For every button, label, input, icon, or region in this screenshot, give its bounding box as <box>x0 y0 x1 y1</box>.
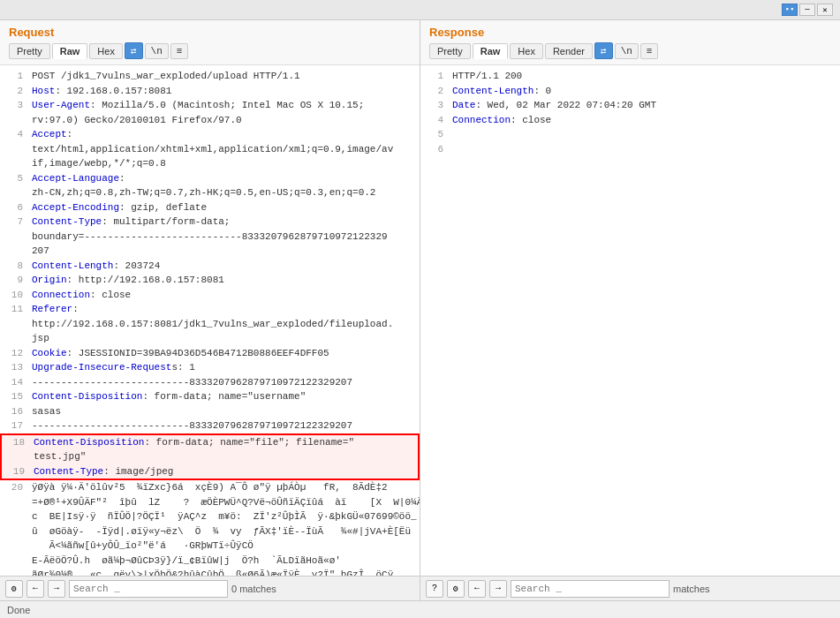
request-search-input[interactable] <box>69 580 228 598</box>
line-text: Connection: close <box>32 288 131 303</box>
line-key: Accept-Language <box>32 173 119 184</box>
line-key: Host <box>32 86 55 96</box>
line-text: Content-Type: multipart/form-data; <box>32 215 230 230</box>
line-number <box>7 317 23 332</box>
response-content[interactable]: 1HTTP/1.1 2002Content-Length: 03Date: We… <box>420 65 840 576</box>
win-btn-1[interactable]: ▪▪ <box>782 4 798 16</box>
code-line: Ã<¼ãñw[û+yÔÛ_ïo²"ë'á ·GRþWTï÷ÛÿCÖ <box>0 539 420 554</box>
line-key: Content-Type <box>32 216 102 227</box>
code-line: 5Accept-Language: <box>0 171 420 186</box>
line-text: Referer: <box>32 302 79 317</box>
request-bottom-bar: ⚙ ← → 0 matches <box>0 576 420 600</box>
response-forward-btn[interactable]: → <box>489 580 507 598</box>
code-line: jsp <box>0 331 420 346</box>
code-line: 4Accept: <box>0 127 420 142</box>
win-btn-3[interactable]: ✕ <box>817 4 833 16</box>
response-back-btn[interactable]: ← <box>468 580 486 598</box>
tab-response-hex[interactable]: Hex <box>510 43 543 59</box>
code-line: rv:97.0) Gecko/20100101 Firefox/97.0 <box>0 113 420 128</box>
response-tab-bar: Pretty Raw Hex Render ⇄ \n ≡ <box>429 42 831 59</box>
line-number: 7 <box>7 215 23 230</box>
request-back-btn[interactable]: ← <box>26 580 44 598</box>
line-text: text/html,application/xhtml+xml,applicat… <box>32 142 393 157</box>
line-text: boundary=---------------------------8333… <box>32 230 388 245</box>
line-number: 4 <box>7 127 23 142</box>
request-content[interactable]: 1POST /jdk1_7vulns_war_exploded/upload H… <box>0 65 420 576</box>
line-number <box>7 509 23 524</box>
line-text: Content-Disposition: form-data; name="us… <box>32 389 306 404</box>
tab-request-newline[interactable]: \n <box>145 43 169 59</box>
status-bar: Done <box>0 600 840 618</box>
line-text: ÿØÿà ÿ¼·Ä'ölûv²5 ¾ïZxc}6á xçÈ9) A¯Ô ø"ÿ … <box>32 480 388 495</box>
code-line: 20ÿØÿà ÿ¼·Ä'ölûv²5 ¾ïZxc}6á xçÈ9) A¯Ô ø"… <box>0 480 420 495</box>
line-number: 6 <box>7 200 23 215</box>
line-key: Content-Length <box>32 260 113 271</box>
line-text: User-Agent: Mozilla/5.0 (Macintosh; Inte… <box>32 98 364 113</box>
line-number <box>7 539 23 554</box>
line-text: http://192.168.0.157:8081/jdk1_7vulns_wa… <box>32 317 393 332</box>
line-number <box>7 185 23 200</box>
line-number: 8 <box>7 259 23 274</box>
code-line: 6Accept-Encoding: gzip, deflate <box>0 200 420 215</box>
line-value: : 203724 <box>113 260 160 271</box>
code-line: 8Content-Length: 203724 <box>0 259 420 274</box>
line-value: : <box>67 129 73 139</box>
code-line: 13Upgrade-Insecure-Requests: 1 <box>0 360 420 375</box>
line-text: ---------------------------8333207962879… <box>32 375 352 390</box>
request-panel: Request Pretty Raw Hex ⇄ \n ≡ 1POST /jdk… <box>0 20 420 600</box>
line-number: 18 <box>9 435 25 450</box>
tab-request-menu[interactable]: ≡ <box>170 43 189 59</box>
tab-response-convert[interactable]: ⇄ <box>594 42 613 59</box>
line-text: E-ÃëöÖ?Û.h øã¼þ¬ØûCÞ3ÿ}/ï_¢BïûW|j Ö?h `Ã… <box>32 554 341 569</box>
request-settings-btn[interactable]: ⚙ <box>5 580 23 598</box>
line-number <box>7 230 23 245</box>
line-key: Referer <box>32 304 72 314</box>
response-search-input[interactable] <box>511 580 670 598</box>
line-key: Accept-Encoding <box>32 202 119 213</box>
line-value: : form-data; name="username" <box>142 391 306 402</box>
line-text: Origin: http://192.168.0.157:8081 <box>32 273 224 288</box>
request-matches-label: 0 matches <box>231 584 276 594</box>
tab-response-pretty[interactable]: Pretty <box>429 43 471 59</box>
line-value: : 0 <box>534 86 551 96</box>
line-text: POST /jdk1_7vulns_war_exploded/upload HT… <box>32 69 300 84</box>
tab-request-raw[interactable]: Raw <box>52 43 88 59</box>
line-value: : JSESSIONID=39BA94D36D546B4712B0886EEF4… <box>67 348 329 358</box>
response-settings-btn[interactable]: ⚙ <box>447 580 465 598</box>
tab-request-hex[interactable]: Hex <box>89 43 123 59</box>
tab-response-menu[interactable]: ≡ <box>640 43 659 59</box>
status-label: Done <box>7 605 30 615</box>
line-value: s: 1 <box>171 362 194 373</box>
line-key: Content-Length <box>452 86 534 96</box>
code-line: 2Content-Length: 0 <box>420 84 840 99</box>
request-forward-btn[interactable]: → <box>48 580 65 598</box>
tab-response-raw[interactable]: Raw <box>473 43 509 59</box>
request-header: Request Pretty Raw Hex ⇄ \n ≡ <box>0 20 420 65</box>
line-number <box>7 244 23 259</box>
win-btn-2[interactable]: — <box>799 4 815 16</box>
code-line: test.jpg" <box>0 449 420 464</box>
code-line: û øGöàÿ- -Ïÿd|.øïÿ«y¬ëz\ Ö ¾ vy ƒÃX‡'ïÈ-… <box>0 524 420 539</box>
line-key: Accept <box>32 129 67 139</box>
line-text: Accept-Language: <box>32 171 125 186</box>
line-text: jsp <box>32 331 49 346</box>
tab-request-pretty[interactable]: Pretty <box>9 43 50 59</box>
tab-response-render[interactable]: Render <box>545 43 593 59</box>
line-number: 10 <box>7 288 23 303</box>
code-line: 5 <box>420 127 840 142</box>
line-text: Content-Disposition: form-data; name="fi… <box>34 435 354 450</box>
line-key: Content-Disposition <box>34 437 144 448</box>
code-line: 6 <box>420 142 840 157</box>
code-line: 4Connection: close <box>420 113 840 128</box>
line-number: 3 <box>428 98 443 113</box>
line-number: 1 <box>428 69 443 84</box>
code-line: http://192.168.0.157:8081/jdk1_7vulns_wa… <box>0 317 420 332</box>
line-text: if,image/webp,*/*;q=0.8 <box>32 156 166 171</box>
code-line: 17---------------------------83332079628… <box>0 418 420 433</box>
tab-response-newline[interactable]: \n <box>615 43 639 59</box>
code-line: =+Ø®¹+X9ÛÄF"² îþû lZ ? æÖÈPWÜ^Q?Vë¬öÛñïÄ… <box>0 495 420 510</box>
line-text: Accept: <box>32 127 72 142</box>
tab-request-convert[interactable]: ⇄ <box>125 42 143 59</box>
response-question-btn[interactable]: ? <box>426 580 443 598</box>
line-text: Content-Type: image/jpeg <box>34 464 173 479</box>
